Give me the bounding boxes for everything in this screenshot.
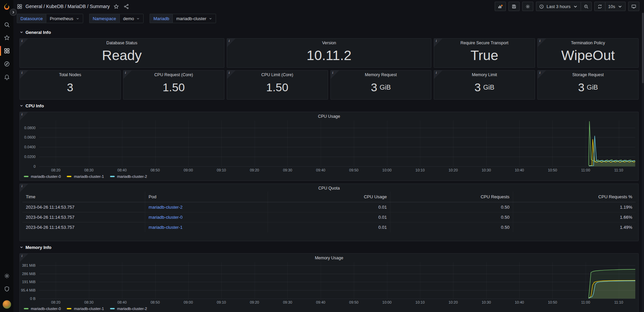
info-icon[interactable]: i bbox=[538, 39, 546, 47]
x-tick-label: 08:30 bbox=[84, 168, 94, 172]
scrollbar[interactable] bbox=[642, 13, 644, 312]
panel-title[interactable]: CPU Quota bbox=[20, 184, 638, 191]
y-tick-label: 0 bbox=[34, 164, 36, 168]
grafana-logo-icon[interactable] bbox=[3, 3, 11, 11]
favorite-dashboard-button[interactable] bbox=[113, 3, 120, 10]
y-tick-label: 191 MiB bbox=[22, 280, 36, 284]
breadcrumb[interactable]: General / KubeDB / MariaDB / Summary bbox=[25, 4, 110, 9]
panel-termination-policy: i Termination Policy WipeOut bbox=[537, 38, 639, 68]
stat-value: 3GiB bbox=[331, 76, 431, 98]
column-header-cpu-requests-pct[interactable]: CPU Requests % bbox=[513, 192, 636, 202]
section-header-general-info[interactable]: General Info bbox=[19, 28, 639, 37]
info-icon[interactable]: i bbox=[20, 70, 28, 79]
legend-label: mariadb-cluster-1 bbox=[74, 307, 104, 311]
info-icon[interactable]: i bbox=[20, 112, 28, 120]
variable-picker-mariadb[interactable]: mariadb-cluster bbox=[172, 14, 216, 23]
variable-label-namespace: Namespace bbox=[89, 14, 119, 23]
x-tick-label: 11:00 bbox=[581, 168, 590, 172]
x-tick-label: 10:00 bbox=[382, 300, 392, 304]
refresh-group: 10s bbox=[594, 2, 626, 11]
variable-picker-namespace[interactable]: demo bbox=[119, 14, 144, 23]
x-tick-label: 09:00 bbox=[183, 168, 193, 172]
memory-usage-chart: 0 B95.4 MiB191 MiB286 MiB381 MiB 08:2008… bbox=[20, 261, 638, 305]
cell-cpu-requests: 0.50 bbox=[390, 212, 513, 222]
zoom-out-button[interactable] bbox=[581, 2, 591, 11]
chevron-down-icon bbox=[19, 30, 23, 34]
info-icon[interactable]: i bbox=[20, 39, 28, 47]
share-dashboard-button[interactable] bbox=[123, 3, 130, 10]
sidebar-item-alerting[interactable] bbox=[0, 70, 13, 84]
x-axis: 08:2008:3008:4008:5009:0009:1009:2009:30… bbox=[39, 167, 635, 173]
info-icon[interactable]: i bbox=[538, 70, 546, 79]
chart-plot-area[interactable] bbox=[39, 262, 635, 299]
alerting-icon bbox=[4, 74, 10, 80]
sidebar-item-search[interactable] bbox=[0, 18, 13, 31]
scrollbar-thumb[interactable] bbox=[642, 13, 644, 83]
panel-memory-request: i Memory Request 3GiB bbox=[330, 70, 432, 100]
star-icon bbox=[4, 35, 10, 41]
refresh-interval-button[interactable]: 10s bbox=[605, 2, 625, 11]
refresh-icon bbox=[597, 4, 602, 9]
panel-database-status: i Database Status Ready bbox=[19, 38, 224, 68]
chart-plot-area[interactable] bbox=[39, 120, 635, 166]
legend-item[interactable]: mariadb-cluster-1 bbox=[67, 307, 104, 311]
sidebar-item-starred[interactable] bbox=[0, 31, 13, 44]
x-tick-label: 08:40 bbox=[117, 168, 127, 172]
dashboard-settings-button[interactable] bbox=[522, 2, 533, 11]
refresh-button[interactable] bbox=[595, 2, 605, 11]
sidebar-expand-button[interactable] bbox=[10, 9, 17, 16]
info-icon[interactable]: i bbox=[20, 184, 28, 192]
pod-link[interactable]: mariadb-cluster-2 bbox=[149, 205, 182, 210]
sidebar-item-explore[interactable] bbox=[0, 57, 13, 70]
y-tick-label: 286 MiB bbox=[22, 272, 36, 276]
legend-item[interactable]: mariadb-cluster-2 bbox=[110, 307, 147, 311]
section-header-cpu-info[interactable]: CPU Info bbox=[19, 101, 639, 110]
section-header-memory-info[interactable]: Memory Info bbox=[19, 243, 639, 252]
clock-icon bbox=[539, 4, 544, 9]
column-header-cpu-requests[interactable]: CPU Requests bbox=[390, 192, 513, 202]
x-tick-label: 09:20 bbox=[250, 300, 259, 304]
cell-cpu-requests: 0.50 bbox=[390, 202, 513, 212]
info-icon[interactable]: i bbox=[20, 254, 28, 262]
pod-link[interactable]: mariadb-cluster-0 bbox=[149, 215, 182, 220]
info-icon[interactable]: i bbox=[434, 70, 442, 79]
legend-item[interactable]: mariadb-cluster-1 bbox=[67, 174, 104, 178]
column-header-pod[interactable]: Pod bbox=[145, 192, 268, 202]
variable-picker-datasource[interactable]: Prometheus bbox=[46, 14, 83, 23]
x-tick-label: 09:20 bbox=[250, 168, 259, 172]
info-icon[interactable]: i bbox=[123, 70, 132, 79]
cell-time: 2023-04-26 11:14:53.757 bbox=[22, 202, 145, 212]
info-icon[interactable]: i bbox=[434, 39, 442, 47]
sidebar-item-settings[interactable] bbox=[0, 269, 13, 282]
info-icon[interactable]: i bbox=[227, 70, 235, 79]
save-dashboard-button[interactable] bbox=[508, 2, 520, 11]
user-avatar[interactable] bbox=[3, 300, 11, 309]
panel-storage-request: i Storage Request 3GiB bbox=[537, 70, 639, 100]
sidebar-item-dashboards[interactable] bbox=[0, 44, 13, 57]
y-tick-label: 381 MiB bbox=[22, 263, 36, 267]
pod-link[interactable]: mariadb-cluster-1 bbox=[149, 225, 182, 230]
sidebar-item-server-admin[interactable] bbox=[0, 282, 13, 296]
dashboard-grid-icon bbox=[17, 4, 22, 9]
x-tick-label: 10:10 bbox=[416, 168, 425, 172]
time-range-button[interactable]: Last 3 hours bbox=[536, 2, 581, 11]
column-header-cpu-usage[interactable]: CPU Usage bbox=[268, 192, 390, 202]
explore-icon bbox=[4, 61, 10, 67]
legend-item[interactable]: mariadb-cluster-0 bbox=[24, 307, 61, 311]
legend-label: mariadb-cluster-1 bbox=[74, 174, 104, 178]
tv-mode-button[interactable] bbox=[628, 2, 639, 11]
info-icon[interactable]: i bbox=[227, 39, 235, 47]
info-icon[interactable]: i bbox=[331, 70, 339, 79]
panel-title[interactable]: Memory Usage bbox=[20, 254, 638, 261]
legend-swatch-icon bbox=[24, 308, 29, 309]
legend-item[interactable]: mariadb-cluster-0 bbox=[24, 174, 61, 178]
x-tick-label: 09:40 bbox=[316, 300, 325, 304]
panel-title[interactable]: CPU Usage bbox=[20, 112, 638, 119]
panel-memory-limit: i Memory Limit 3GiB bbox=[434, 70, 535, 100]
table-row: 2023-04-26 11:14:53.757 mariadb-cluster-… bbox=[22, 212, 636, 222]
y-tick-label: 0.0800 bbox=[24, 126, 36, 130]
column-header-time[interactable]: Time bbox=[22, 192, 145, 202]
legend-item[interactable]: mariadb-cluster-2 bbox=[110, 174, 147, 178]
add-panel-button[interactable] bbox=[495, 2, 506, 11]
stat-value: 1.50 bbox=[227, 76, 328, 98]
